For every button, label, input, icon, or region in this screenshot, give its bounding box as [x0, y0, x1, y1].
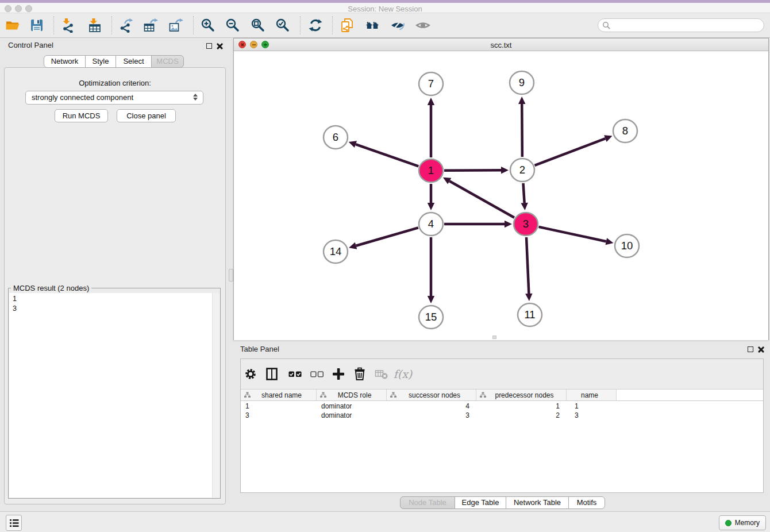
network-graph: 7968124314101511 [234, 51, 768, 340]
zoom-out-icon[interactable] [223, 16, 242, 35]
cell-MCDS-role[interactable]: dominator [317, 402, 387, 411]
delete-column-icon[interactable] [350, 363, 369, 385]
tab-edge-table[interactable]: Edge Table [455, 496, 506, 509]
edge-arrowhead [428, 203, 434, 210]
cell-shared-name[interactable]: 1 [241, 402, 317, 411]
table-settings-icon[interactable] [241, 363, 260, 385]
node-table-container: f(x) shared nameMCDS rolesuccessor nodes… [240, 358, 764, 493]
node-label-3: 3 [523, 218, 529, 230]
create-column-icon[interactable] [329, 363, 348, 385]
cell-name[interactable]: 3 [567, 411, 617, 420]
search-input[interactable] [611, 20, 764, 30]
open-session-icon[interactable] [3, 16, 22, 35]
cell-successor-nodes[interactable]: 3 [387, 411, 476, 420]
mcds-result-line: 1 [9, 294, 220, 304]
edge-1-6[interactable] [356, 144, 418, 166]
criterion-value: strongly connected component [32, 93, 133, 102]
memory-button[interactable]: Memory [719, 515, 766, 530]
status-bar: Memory [0, 511, 770, 532]
network-file-icon[interactable] [337, 16, 357, 35]
function-builder-icon[interactable]: f(x) [393, 363, 413, 385]
edge-3-11[interactable] [526, 237, 529, 294]
graphics-details-icon[interactable] [388, 16, 407, 35]
cell-predecessor-nodes[interactable]: 2 [476, 411, 567, 420]
edge-3-1[interactable] [449, 181, 514, 218]
canvas-resize-grip[interactable] [492, 336, 496, 339]
run-mcds-button[interactable]: Run MCDS [55, 109, 108, 122]
export-network-icon[interactable] [116, 16, 136, 35]
toolbar-separator [193, 16, 194, 34]
table-row[interactable]: 1dominator411 [241, 402, 763, 411]
control-panel-tabs: NetworkStyleSelectMCDS [44, 55, 184, 68]
network-window-titlebar[interactable]: scc.txt [234, 38, 768, 51]
toolbar-separator [300, 16, 301, 34]
node-label-15: 15 [425, 311, 437, 323]
list-icon [9, 519, 19, 527]
control-panel-float-button[interactable] [206, 43, 212, 49]
select-chevrons-icon [193, 94, 198, 101]
node-label-4: 4 [428, 218, 434, 230]
edge-4-14[interactable] [356, 228, 418, 245]
first-neighbors-icon[interactable] [363, 16, 382, 35]
node-label-11: 11 [524, 309, 535, 321]
table-panel-float-button[interactable] [748, 346, 753, 352]
node-label-10: 10 [621, 240, 633, 252]
cell-predecessor-nodes[interactable]: 1 [476, 402, 567, 411]
import-network-icon[interactable] [58, 16, 78, 35]
network-canvas[interactable]: 7968124314101511 [234, 51, 768, 340]
node-label-6: 6 [333, 131, 338, 143]
edge-arrowhead [525, 294, 532, 301]
export-table-icon[interactable] [141, 16, 160, 35]
table-row[interactable]: 3dominator323 [241, 411, 763, 420]
export-image-icon[interactable] [166, 16, 186, 35]
save-session-icon[interactable] [27, 16, 47, 35]
result-scrollbar-track[interactable] [212, 293, 220, 498]
column-header-name[interactable]: name [567, 390, 617, 400]
tab-style[interactable]: Style [85, 55, 116, 68]
cell-successor-nodes[interactable]: 4 [387, 402, 476, 411]
birds-eye-view-icon[interactable] [413, 16, 433, 35]
column-header-successor-nodes[interactable]: successor nodes [387, 390, 476, 400]
table-panel-tabs: Node TableEdge TableNetwork TableMotifs [400, 496, 605, 509]
cell-MCDS-role[interactable]: dominator [317, 411, 387, 420]
table-panel-close-button[interactable] [758, 346, 764, 352]
window-title: Session: New Session [0, 5, 770, 13]
node-label-2: 2 [519, 164, 525, 176]
import-table-icon[interactable] [85, 16, 105, 35]
panel-splitter-handle[interactable] [229, 269, 233, 282]
edge-2-3[interactable] [523, 183, 524, 203]
criterion-select[interactable]: strongly connected component [25, 91, 203, 105]
deselect-all-icon[interactable] [307, 363, 327, 385]
refresh-view-icon[interactable] [306, 16, 325, 35]
search-field[interactable] [598, 18, 764, 32]
close-panel-button[interactable]: Close panel [117, 109, 176, 122]
tab-network[interactable]: Network [44, 55, 86, 68]
select-all-icon[interactable] [286, 363, 305, 385]
cell-shared-name[interactable]: 3 [241, 411, 317, 420]
node-label-1: 1 [428, 164, 434, 176]
network-window-title: scc.txt [234, 41, 768, 49]
tab-network-table[interactable]: Network Table [506, 496, 569, 509]
zoom-selected-icon[interactable] [273, 16, 292, 35]
search-icon [602, 21, 611, 30]
edge-3-10[interactable] [538, 227, 606, 241]
column-header-MCDS-role[interactable]: MCDS role [317, 390, 387, 400]
edge-2-8[interactable] [535, 138, 606, 165]
control-panel-close-button[interactable] [217, 43, 223, 49]
task-history-button[interactable] [6, 515, 22, 531]
column-header-predecessor-nodes[interactable]: predecessor nodes [476, 390, 567, 400]
edge-arrowhead [606, 238, 614, 245]
tab-select[interactable]: Select [116, 55, 152, 68]
cell-name[interactable]: 1 [567, 402, 617, 411]
edge-2-9[interactable] [522, 104, 522, 157]
tab-motifs[interactable]: Motifs [568, 496, 605, 509]
tab-node-table[interactable]: Node Table [400, 496, 455, 509]
zoom-in-icon[interactable] [198, 16, 218, 35]
column-header-shared-name[interactable]: shared name [241, 390, 317, 400]
zoom-fit-icon[interactable] [248, 16, 268, 35]
delete-table-icon[interactable] [372, 363, 391, 385]
tab-mcds[interactable]: MCDS [151, 55, 184, 68]
edge-1-2[interactable] [444, 170, 501, 171]
show-columns-icon[interactable] [262, 363, 282, 385]
mcds-result-lines: 13 [9, 293, 220, 314]
